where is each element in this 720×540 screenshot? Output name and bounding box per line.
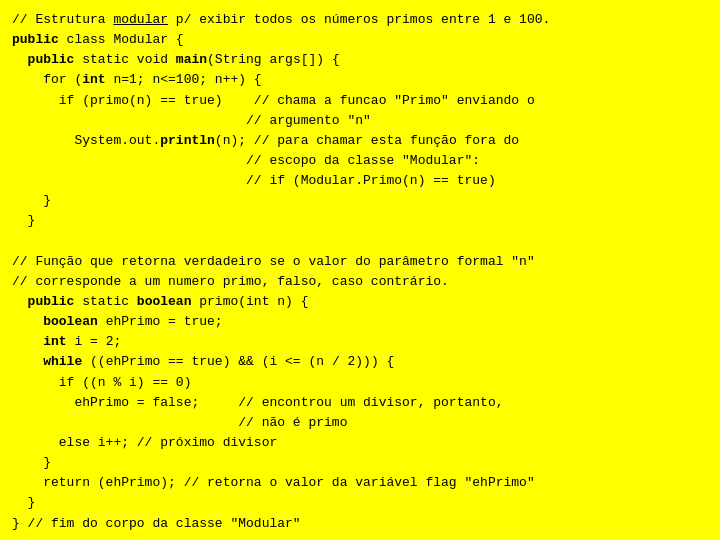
code-text: [12, 52, 28, 67]
code-text: // escopo da classe "Modular":: [12, 153, 480, 168]
comment-text2: p/ exibir todos os números primos entre …: [168, 12, 550, 27]
code-text: }: [12, 455, 51, 470]
code-text: [12, 314, 43, 329]
comment-text: // corresponde a um numero primo, falso,…: [12, 274, 449, 289]
code-text: (n); // para chamar esta função fora do: [215, 133, 519, 148]
keyword: while: [43, 354, 82, 369]
code-text: }: [12, 213, 35, 228]
code-container: // Estrutura modular p/ exibir todos os …: [0, 0, 720, 540]
code-line: }: [12, 211, 708, 231]
keyword: main: [176, 52, 207, 67]
code-line: // Função que retorna verdadeiro se o va…: [12, 252, 708, 272]
keyword: int: [43, 334, 66, 349]
code-text: ((ehPrimo == true) && (i <= (n / 2))) {: [82, 354, 394, 369]
code-text: [12, 354, 43, 369]
comment-text: // Função que retorna verdadeiro se o va…: [12, 254, 535, 269]
code-line: }: [12, 191, 708, 211]
code-text: [12, 294, 28, 309]
code-text: [12, 334, 43, 349]
code-text: primo(int n) {: [191, 294, 308, 309]
code-line: // if (Modular.Primo(n) == true): [12, 171, 708, 191]
code-text: } // fim do corpo da classe "Modular": [12, 516, 301, 531]
code-line: // escopo da classe "Modular":: [12, 151, 708, 171]
code-line: public static boolean primo(int n) {: [12, 292, 708, 312]
code-line: for (int n=1; n<=100; n++) {: [12, 70, 708, 90]
code-text: ehPrimo = true;: [98, 314, 223, 329]
code-line: if ((n % i) == 0): [12, 373, 708, 393]
code-line: // não é primo: [12, 413, 708, 433]
code-text: (String args[]) {: [207, 52, 340, 67]
code-text: static: [74, 294, 136, 309]
code-text: // não é primo: [12, 415, 347, 430]
code-line: if (primo(n) == true) // chama a funcao …: [12, 91, 708, 111]
code-text: class Modular {: [59, 32, 184, 47]
code-text: static void: [74, 52, 175, 67]
code-text: }: [12, 193, 51, 208]
keyword: boolean: [43, 314, 98, 329]
code-text: System.out.: [12, 133, 160, 148]
code-line: else i++; // próximo divisor: [12, 433, 708, 453]
code-line: int i = 2;: [12, 332, 708, 352]
code-line: return (ehPrimo); // retorna o valor da …: [12, 473, 708, 493]
code-text: if ((n % i) == 0): [12, 375, 191, 390]
comment-text: // Estrutura: [12, 12, 113, 27]
code-text: ehPrimo = false; // encontrou um divisor…: [12, 395, 503, 410]
code-line: while ((ehPrimo == true) && (i <= (n / 2…: [12, 352, 708, 372]
keyword: println: [160, 133, 215, 148]
code-line: boolean ehPrimo = true;: [12, 312, 708, 332]
code-text: return (ehPrimo); // retorna o valor da …: [12, 475, 535, 490]
keyword: public: [28, 52, 75, 67]
code-text: if (primo(n) == true) // chama a funcao …: [12, 93, 535, 108]
code-line: ehPrimo = false; // encontrou um divisor…: [12, 393, 708, 413]
code-line: public static void main(String args[]) {: [12, 50, 708, 70]
underline-text: modular: [113, 12, 168, 27]
code-line: public class Modular {: [12, 30, 708, 50]
keyword: public: [28, 294, 75, 309]
code-text: n=1; n<=100; n++) {: [106, 72, 262, 87]
code-line: [12, 232, 708, 252]
code-line: }: [12, 493, 708, 513]
code-line: } // fim do corpo da classe "Modular": [12, 514, 708, 534]
code-line: // Estrutura modular p/ exibir todos os …: [12, 10, 708, 30]
keyword: boolean: [137, 294, 192, 309]
code-line: // argumento "n": [12, 111, 708, 131]
code-text: // argumento "n": [12, 113, 371, 128]
keyword: int: [82, 72, 105, 87]
code-text: // if (Modular.Primo(n) == true): [12, 173, 496, 188]
code-text: i = 2;: [67, 334, 122, 349]
code-line: // corresponde a um numero primo, falso,…: [12, 272, 708, 292]
code-text: else i++; // próximo divisor: [12, 435, 277, 450]
code-line: System.out.println(n); // para chamar es…: [12, 131, 708, 151]
code-line: }: [12, 453, 708, 473]
code-text: }: [12, 495, 35, 510]
code-text: for (: [12, 72, 82, 87]
keyword: public: [12, 32, 59, 47]
